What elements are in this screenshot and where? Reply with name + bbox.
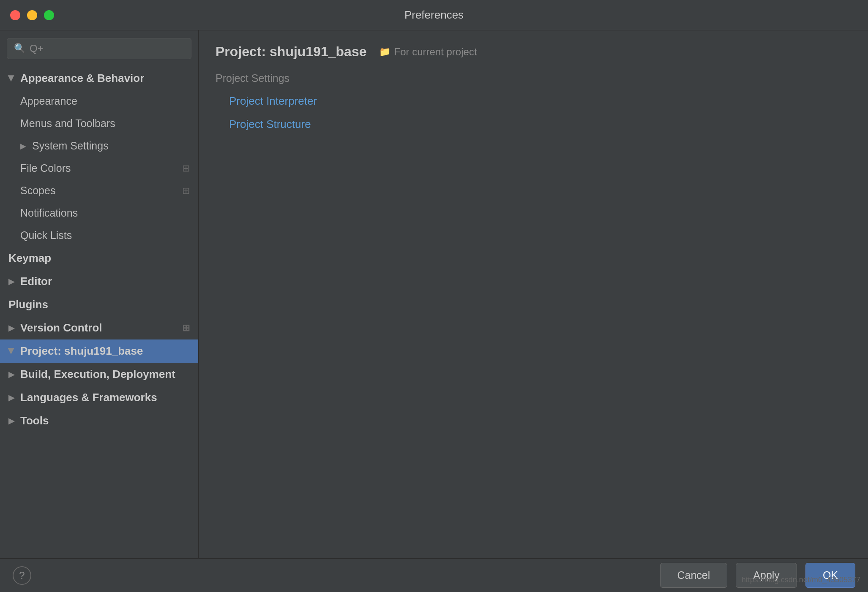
search-box[interactable]: 🔍 Q+ (7, 38, 191, 59)
content-header: Project: shuju191_base 📁 For current pro… (216, 44, 851, 60)
overlay-icon: ⊞ (182, 185, 190, 196)
minimize-button[interactable] (27, 10, 37, 20)
project-structure-container: Project Structure (216, 114, 851, 134)
cancel-button[interactable]: Cancel (660, 563, 728, 588)
arrow-icon: ▶ (8, 393, 14, 402)
arrow-icon: ▶ (8, 323, 14, 333)
sidebar-item-label: File Colors (20, 162, 71, 174)
window-title: Preferences (404, 8, 464, 22)
sidebar-item-label: Keymap (8, 252, 51, 265)
project-interpreter-container: Project Interpreter (216, 91, 851, 111)
content-title: Project: shuju191_base (216, 44, 366, 60)
sidebar-item-version-control[interactable]: ▶ Version Control ⊞ (0, 316, 198, 339)
sidebar-item-label: Appearance & Behavior (20, 72, 144, 85)
current-project-label: For current project (394, 46, 477, 58)
content-area: Project: shuju191_base 📁 For current pro… (199, 30, 868, 558)
overlay-icon: ⊞ (182, 163, 190, 174)
arrow-icon: ▶ (8, 277, 14, 286)
search-icon: 🔍 (14, 43, 25, 54)
sidebar-item-appearance-behavior[interactable]: ▶ Appearance & Behavior (0, 67, 198, 90)
window-controls (10, 10, 54, 20)
sidebar-item-label: Version Control (20, 321, 102, 334)
close-button[interactable] (10, 10, 20, 20)
sidebar-item-label: Scopes (20, 185, 55, 197)
watermark: https://blog.csdn.net/m0_43505377 (742, 576, 860, 584)
maximize-button[interactable] (44, 10, 54, 20)
sidebar-item-plugins[interactable]: Plugins (0, 293, 198, 316)
sidebar-item-label: Languages & Frameworks (20, 391, 157, 404)
preferences-window: Preferences 🔍 Q+ ▶ Appearance & Behavior… (0, 0, 868, 592)
arrow-icon: ▶ (8, 370, 14, 379)
sidebar-item-label: Editor (20, 275, 52, 288)
arrow-icon: ▶ (20, 141, 26, 151)
sidebar-item-label: Notifications (20, 207, 78, 219)
sidebar-item-label: Plugins (8, 298, 48, 311)
sidebar-item-label: System Settings (32, 140, 109, 152)
sidebar-item-project-shuju[interactable]: ▶ Project: shuju191_base (0, 339, 198, 363)
sidebar-item-label: Menus and Toolbars (20, 117, 115, 130)
arrow-icon: ▶ (7, 348, 16, 354)
help-button[interactable]: ? (13, 566, 31, 585)
bottom-bar: ? Cancel Apply OK (0, 558, 868, 592)
sidebar-item-label: Project: shuju191_base (20, 345, 143, 358)
search-placeholder: Q+ (30, 43, 44, 54)
project-settings-label: Project Settings (216, 72, 851, 84)
sidebar: 🔍 Q+ ▶ Appearance & Behavior Appearance … (0, 30, 199, 558)
main-layout: 🔍 Q+ ▶ Appearance & Behavior Appearance … (0, 30, 868, 558)
sidebar-item-notifications[interactable]: Notifications (0, 202, 198, 224)
sidebar-item-label: Tools (20, 414, 49, 427)
sidebar-item-quick-lists[interactable]: Quick Lists (0, 224, 198, 247)
overlay-icon: ⊞ (182, 323, 190, 334)
sidebar-item-editor[interactable]: ▶ Editor (0, 270, 198, 293)
sidebar-item-appearance[interactable]: Appearance (0, 90, 198, 112)
sidebar-item-file-colors[interactable]: File Colors ⊞ (0, 157, 198, 179)
sidebar-item-build-execution[interactable]: ▶ Build, Execution, Deployment (0, 363, 198, 386)
sidebar-item-system-settings[interactable]: ▶ System Settings (0, 135, 198, 157)
titlebar: Preferences (0, 0, 868, 30)
project-structure-link[interactable]: Project Structure (222, 114, 851, 134)
arrow-icon: ▶ (8, 416, 14, 426)
sidebar-nav: ▶ Appearance & Behavior Appearance Menus… (0, 63, 198, 558)
sidebar-item-label: Quick Lists (20, 229, 72, 242)
sidebar-item-tools[interactable]: ▶ Tools (0, 409, 198, 432)
current-project-icon: 📁 (379, 46, 390, 57)
sidebar-item-label: Build, Execution, Deployment (20, 368, 175, 381)
arrow-icon: ▶ (7, 76, 16, 81)
content-subtitle: 📁 For current project (379, 46, 477, 58)
sidebar-item-keymap[interactable]: Keymap (0, 247, 198, 270)
sidebar-item-scopes[interactable]: Scopes ⊞ (0, 179, 198, 202)
sidebar-item-languages-frameworks[interactable]: ▶ Languages & Frameworks (0, 386, 198, 409)
sidebar-item-menus-toolbars[interactable]: Menus and Toolbars (0, 112, 198, 135)
help-label: ? (19, 570, 25, 581)
sidebar-item-label: Appearance (20, 95, 77, 107)
project-interpreter-link[interactable]: Project Interpreter (222, 91, 317, 111)
